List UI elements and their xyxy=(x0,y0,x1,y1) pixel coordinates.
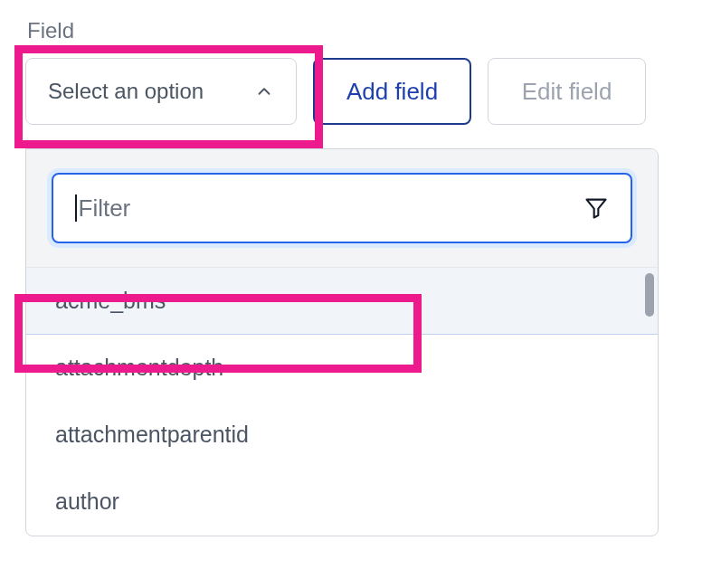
option-item[interactable]: acme_bms xyxy=(26,268,658,335)
filter-icon xyxy=(583,195,609,221)
add-field-button[interactable]: Add field xyxy=(313,58,471,125)
text-caret xyxy=(75,194,77,222)
option-item[interactable]: author xyxy=(26,469,658,536)
select-wrapper: Select an option xyxy=(25,58,297,125)
filter-input[interactable] xyxy=(79,194,584,223)
select-placeholder-text: Select an option xyxy=(48,79,204,104)
filter-input-wrap[interactable] xyxy=(52,173,632,243)
option-item[interactable]: attachmentparentid xyxy=(26,402,658,469)
field-label: Field xyxy=(27,18,677,43)
options-list: acme_bms attachmentdepth attachmentparen… xyxy=(26,268,658,536)
filter-section xyxy=(26,149,658,268)
edit-field-button[interactable]: Edit field xyxy=(488,58,646,125)
field-select-dropdown[interactable]: Select an option xyxy=(25,58,297,125)
controls-row: Select an option Add field Edit field xyxy=(25,58,677,125)
scrollbar-thumb[interactable] xyxy=(645,273,654,317)
option-item[interactable]: attachmentdepth xyxy=(26,335,658,402)
svg-marker-0 xyxy=(587,200,606,218)
dropdown-panel: acme_bms attachmentdepth attachmentparen… xyxy=(25,148,659,536)
chevron-up-icon xyxy=(254,81,274,101)
